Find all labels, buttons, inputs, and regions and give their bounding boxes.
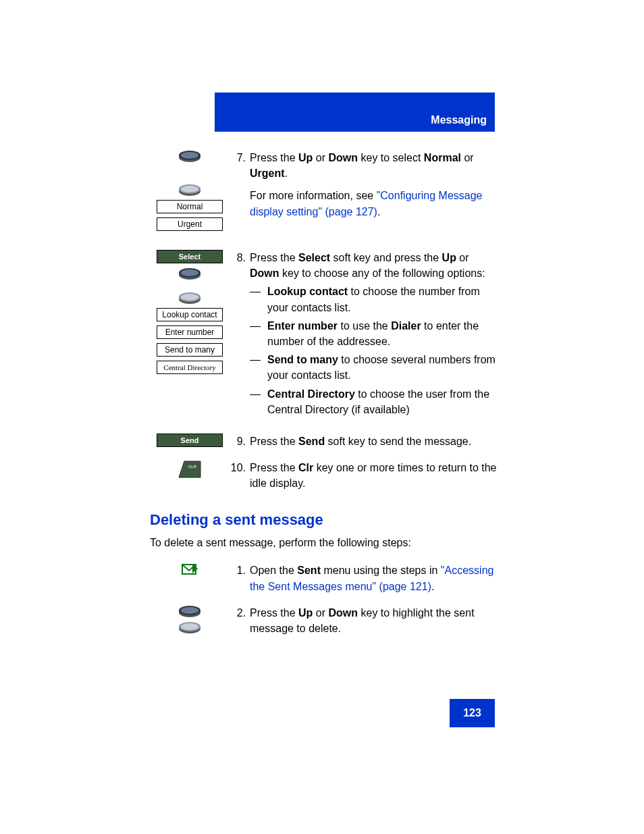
delete-step-2: 2. Press the Up or Down key to highlight… [150, 605, 497, 636]
lookup-contact-box: Lookup contact [157, 308, 223, 321]
svg-text:CLR: CLR [188, 465, 197, 469]
page-content: Normal Urgent 7. Press the Up or Down ke… [150, 150, 497, 642]
step-7: Normal Urgent 7. Press the Up or Down ke… [150, 150, 497, 231]
option-cd: — Central Directory to choose the user f… [250, 386, 497, 417]
nav-up-icon [178, 267, 201, 280]
step8-icons: Select Lookup contact Enter number Send … [150, 250, 230, 374]
enter-number-box: Enter number [157, 325, 223, 339]
dstep2-text: Press the Up or Down key to highlight th… [250, 605, 497, 636]
clr-key-icon: CLR [178, 460, 202, 479]
delete-step-1: 1. Open the Sent menu using the steps in… [150, 563, 497, 594]
step10-num: 10. [230, 460, 250, 475]
section-deleting-title: Deleting a sent message [150, 511, 497, 529]
step-9: Send 9. Press the Send soft key to send … [150, 434, 497, 449]
dstep2-icons [150, 605, 230, 633]
svg-point-19 [181, 623, 198, 630]
nav-down-icon [178, 184, 201, 196]
svg-point-11 [181, 294, 198, 301]
normal-box: Normal [157, 200, 223, 213]
svg-point-16 [181, 607, 198, 614]
central-directory-box: Central Directory [157, 361, 223, 374]
dstep1-num: 1. [230, 563, 250, 578]
step8-num: 8. [230, 250, 250, 265]
step-10: CLR 10. Press the Clr key one or more ti… [150, 460, 497, 491]
dstep1-text: Open the Sent menu using the steps in "A… [250, 563, 497, 594]
section-intro: To delete a sent message, perform the fo… [150, 537, 497, 549]
message-icon [182, 563, 198, 575]
step9-icons: Send [150, 434, 230, 447]
header-bar: Messaging [215, 93, 495, 132]
step9-text: Press the Send soft key to send the mess… [250, 434, 497, 449]
option-many: — Send to many to choose several numbers… [250, 352, 497, 383]
nav-up-icon [178, 150, 201, 162]
step10-text: Press the Clr key one or more times to r… [250, 460, 497, 491]
send-box: Send [157, 434, 223, 447]
step10-icons: CLR [150, 460, 230, 479]
page-number: 123 [450, 699, 495, 727]
send-to-many-box: Send to many [157, 343, 223, 357]
select-box: Select [157, 250, 223, 263]
nav-down-icon [178, 292, 201, 304]
nav-down-icon [178, 621, 201, 633]
svg-point-5 [181, 186, 198, 192]
svg-point-8 [181, 269, 198, 276]
header-title: Messaging [431, 114, 487, 126]
dstep2-num: 2. [230, 605, 250, 621]
option-enter: — Enter number to use the Dialer to ente… [250, 318, 497, 349]
step9-num: 9. [230, 434, 250, 449]
step-8: Select Lookup contact Enter number Send … [150, 250, 497, 420]
svg-point-2 [181, 152, 198, 159]
dstep1-icons [150, 563, 230, 575]
step7-num: 7. [230, 150, 250, 165]
urgent-box: Urgent [157, 217, 223, 231]
nav-up-icon [178, 605, 201, 617]
step7-text: Press the Up or Down key to select Norma… [250, 150, 497, 219]
option-lookup: — Lookup contact to choose the number fr… [250, 284, 497, 315]
step8-text: Press the Select soft key and press the … [250, 250, 497, 420]
step7-icons: Normal Urgent [150, 150, 230, 231]
